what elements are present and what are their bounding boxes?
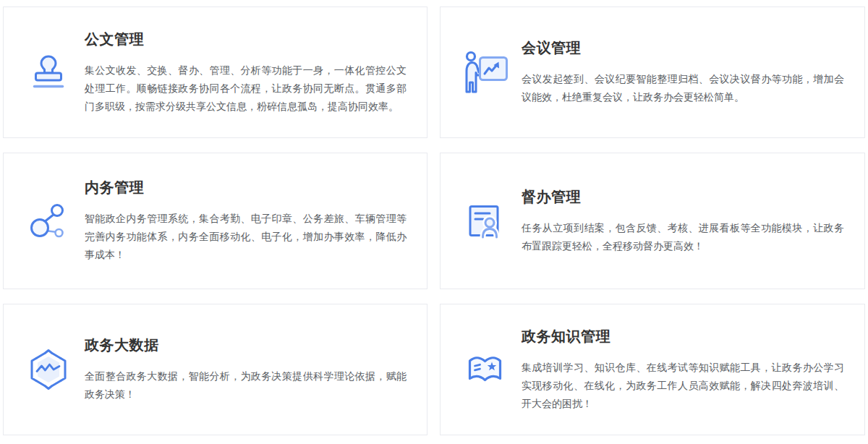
card-description: 全面整合政务大数据，智能分析，为政务决策提供科学理论依据，赋能政务决策！: [85, 367, 407, 404]
feature-cards-grid: 公文管理 集公文收发、交换、督办、管理、分析等功能于一身，一体化管控公文处理工作…: [0, 0, 868, 435]
card-title: 督办管理: [522, 187, 844, 207]
card-text: 政务大数据 全面整合政务大数据，智能分析，为政务决策提供科学理论依据，赋能政务决…: [85, 336, 427, 404]
card-description: 智能政企内务管理系统，集合考勤、电子印章、公务差旅、车辆管理等完善内务功能体系，…: [85, 210, 407, 264]
card-document-management: 公文管理 集公文收发、交换、督办、管理、分析等功能于一身，一体化管控公文处理工作…: [3, 7, 427, 138]
card-text: 内务管理 智能政企内务管理系统，集合考勤、电子印章、公务差旅、车辆管理等完善内务…: [85, 178, 427, 264]
card-title: 内务管理: [85, 178, 407, 197]
presentation-person-icon: [459, 50, 511, 95]
card-description: 集成培训学习、知识仓库、在线考试等知识赋能工具，让政务办公学习实现移动化、在线化…: [522, 359, 844, 413]
card-title: 政务大数据: [85, 336, 407, 355]
network-nodes-icon: [22, 201, 75, 242]
card-supervision-management: 督办管理 任务从立项到结案，包含反馈、考核、进展看板等全功能模块，让政务布置跟踪…: [440, 153, 865, 289]
task-list-person-icon: [459, 202, 511, 240]
stamp-icon: [22, 54, 75, 91]
open-book-star-icon: [459, 352, 511, 387]
card-text: 会议管理 会议发起签到、会议纪要智能整理归档、会议决议督办等功能，增加会议能效，…: [522, 38, 864, 106]
card-text: 公文管理 集公文收发、交换、督办、管理、分析等功能于一身，一体化管控公文处理工作…: [85, 30, 427, 116]
card-internal-affairs-management: 内务管理 智能政企内务管理系统，集合考勤、电子印章、公务差旅、车辆管理等完善内务…: [3, 153, 427, 289]
card-description: 集公文收发、交换、督办、管理、分析等功能于一身，一体化管控公文处理工作。顺畅链接…: [85, 61, 407, 116]
card-text: 督办管理 任务从立项到结案，包含反馈、考核、进展看板等全功能模块，让政务布置跟踪…: [522, 187, 864, 255]
card-description: 任务从立项到结案，包含反馈、考核、进展看板等全功能模块，让政务布置跟踪更轻松，全…: [522, 219, 844, 255]
card-title: 会议管理: [522, 38, 844, 58]
card-title: 政务知识管理: [522, 327, 844, 346]
card-description: 会议发起签到、会议纪要智能整理归档、会议决议督办等功能，增加会议能效，杜绝重复会…: [522, 70, 844, 106]
hexagon-wave-icon: [22, 348, 75, 391]
card-government-big-data: 政务大数据 全面整合政务大数据，智能分析，为政务决策提供科学理论依据，赋能政务决…: [3, 304, 427, 435]
card-title: 公文管理: [85, 30, 407, 49]
card-text: 政务知识管理 集成培训学习、知识仓库、在线考试等知识赋能工具，让政务办公学习实现…: [522, 327, 864, 413]
card-meeting-management: 会议管理 会议发起签到、会议纪要智能整理归档、会议决议督办等功能，增加会议能效，…: [440, 7, 865, 138]
card-government-knowledge-management: 政务知识管理 集成培训学习、知识仓库、在线考试等知识赋能工具，让政务办公学习实现…: [440, 304, 865, 435]
